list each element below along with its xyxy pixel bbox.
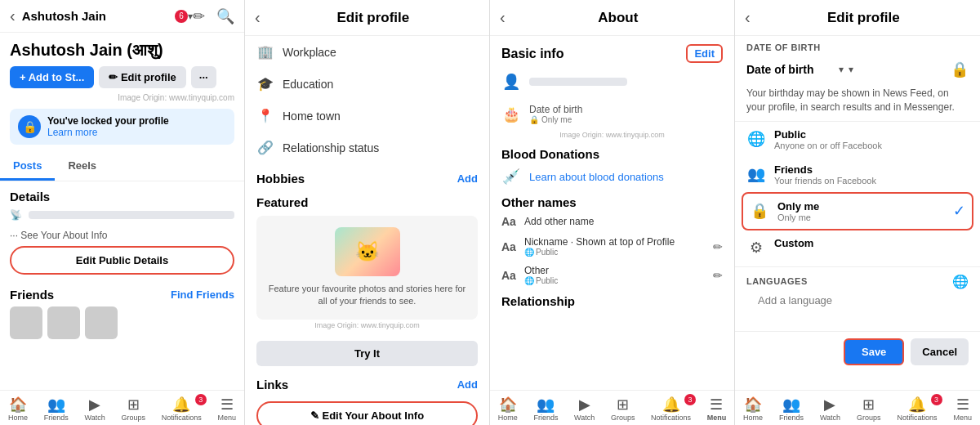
visibility-public[interactable]: 🌐 Public Anyone on or off Facebook — [735, 122, 980, 157]
person-icon: 👤 — [501, 73, 521, 91]
cancel-button[interactable]: Cancel — [911, 338, 969, 365]
nav-friends-3[interactable]: 👥Friends — [533, 396, 558, 422]
detail-row-1: 📡 — [0, 207, 244, 223]
back-icon-2[interactable]: ‹ — [255, 8, 261, 27]
nav-watch-1[interactable]: ▶Watch — [84, 396, 105, 422]
hometown-item[interactable]: 📍 Home town — [245, 100, 489, 132]
hobbies-label: Hobbies — [256, 172, 305, 186]
save-button[interactable]: Save — [844, 338, 904, 365]
dob-label: Date of birth — [529, 104, 582, 115]
about-title: About — [512, 10, 724, 26]
featured-description: Feature your favourite photos and storie… — [268, 283, 466, 308]
detail-line-1 — [29, 211, 234, 219]
relationship-item[interactable]: 🔗 Relationship status — [245, 132, 489, 163]
hometown-icon: 📍 — [256, 108, 274, 123]
image-origin-2: Image Origin: www.tinyquip.com — [256, 321, 478, 329]
nav-home-1[interactable]: 🏠Home — [8, 396, 28, 422]
hobbies-add-button[interactable]: Add — [457, 172, 478, 185]
only-me-info: Only me Only me — [777, 200, 945, 222]
back-icon-3[interactable]: ‹ — [500, 8, 506, 27]
other-name-edit-pencil[interactable]: ✏ — [713, 269, 723, 282]
visibility-friends[interactable]: 👥 Friends Your friends on Facebook — [735, 157, 980, 192]
hometown-label: Home town — [283, 110, 341, 123]
visibility-custom[interactable]: ⚙ Custom — [735, 230, 980, 263]
profile-pic-detail — [529, 78, 627, 86]
workplace-item[interactable]: 🏢 Workplace — [245, 36, 489, 68]
edit-public-details-button[interactable]: Edit Public Details — [10, 246, 234, 275]
image-origin-1: Image Origin: www.tinyquip.com — [0, 93, 244, 105]
about-header: ‹ About — [490, 0, 734, 36]
nav-friends-4[interactable]: 👥Friends — [779, 396, 804, 422]
chevron-down-icon-2: ▾ — [849, 64, 853, 75]
details-title: Details — [0, 181, 244, 207]
nav-groups-1[interactable]: ⊞Groups — [121, 396, 145, 422]
nav-home-4[interactable]: 🏠Home — [743, 396, 763, 422]
add-to-story-button[interactable]: + Add to St... — [10, 66, 94, 88]
search-icon[interactable]: 🔍 — [216, 7, 234, 25]
try-it-button[interactable]: Try It — [256, 341, 478, 366]
tab-posts[interactable]: Posts — [0, 153, 55, 181]
header-icons: ✏ 🔍 — [193, 7, 234, 25]
lock-vis-icon: 🔒 — [750, 202, 769, 220]
back-icon-4[interactable]: ‹ — [745, 8, 751, 27]
back-icon[interactable]: ‹ — [10, 7, 16, 25]
nav-groups-3[interactable]: ⊞Groups — [611, 396, 635, 422]
nav-menu-1[interactable]: ☰Menu — [218, 396, 237, 422]
edit-your-about-info-button[interactable]: ✎ Edit Your About Info — [256, 401, 478, 425]
nav-menu-4[interactable]: ☰Menu — [953, 396, 972, 422]
add-other-name-item[interactable]: Aa Add other name — [490, 211, 734, 232]
links-label: Links — [256, 378, 288, 391]
nickname-edit-pencil[interactable]: ✏ — [713, 240, 723, 253]
relationship-section: Relationship — [490, 289, 734, 310]
chevron-down-icon-1: ▾ — [839, 64, 844, 75]
rss-icon: 📡 — [10, 209, 22, 221]
dob-text: Date of birth — [746, 63, 834, 76]
friends-sub: Your friends on Facebook — [774, 176, 969, 186]
nickname-visibility-text: Public — [536, 248, 558, 257]
tab-reels[interactable]: Reels — [55, 153, 109, 181]
dob-section-label: DATE OF BIRTH — [746, 42, 969, 52]
bottom-nav-4: 🏠Home 👥Friends ▶Watch ⊞Groups 🔔Notificat… — [735, 390, 980, 425]
bottom-nav-1: 🏠Home 👥Friends ▶Watch ⊞Groups 🔔Notificat… — [0, 390, 244, 425]
panel-edit-profile-right: ‹ Edit profile DATE OF BIRTH Date of bir… — [735, 0, 980, 425]
dob-detail: Date of birth 🔒 Only me — [529, 104, 582, 124]
only-me-title: Only me — [777, 200, 945, 212]
blood-donations-header: Blood Donations — [490, 142, 734, 163]
edit-profile-title: Edit profile — [267, 10, 479, 26]
profile-tabs: Posts Reels — [0, 153, 244, 181]
nav-watch-4[interactable]: ▶Watch — [820, 396, 840, 422]
dob-lock-icon[interactable]: 🔒 — [951, 60, 969, 78]
nickname-info: Nickname · Shown at top of Profile 🌐 Pub… — [524, 236, 706, 257]
nav-home-3[interactable]: 🏠Home — [498, 396, 518, 422]
only-me-inner: 🔒 Only me Only me ✓ — [750, 197, 965, 226]
education-item[interactable]: 🎓 Education — [245, 68, 489, 100]
nav-friends-1[interactable]: 👥Friends — [44, 396, 69, 422]
nav-notifications-4[interactable]: 🔔Notifications 3 — [898, 396, 938, 422]
notif-badge-1: 3 — [195, 394, 207, 405]
add-language-field[interactable]: Add a language — [746, 289, 969, 311]
nav-watch-3[interactable]: ▶Watch — [574, 396, 595, 422]
custom-icon: ⚙ — [746, 239, 766, 257]
aa-prefix-2: Aa — [501, 240, 518, 253]
see-about-section: ··· See Your About Info Edit Public Deta… — [0, 223, 244, 281]
lock-icon: 🔒 — [18, 115, 41, 138]
learn-more-link[interactable]: Learn more — [47, 127, 97, 138]
workplace-icon: 🏢 — [256, 44, 274, 60]
panel-profile: ‹ Ashutosh Jain 6 ▾ ✏ 🔍 Ashutosh Jain (आ… — [0, 0, 245, 425]
visibility-only-me[interactable]: 🔒 Only me Only me ✓ — [742, 192, 973, 230]
edit-profile-button[interactable]: ✏ Edit profile — [99, 66, 186, 88]
featured-section: Featured 🐱 Feature your favourite photos… — [245, 189, 489, 336]
profile-header-name: Ashutosh Jain — [22, 9, 173, 23]
more-options-button[interactable]: ··· — [191, 66, 216, 88]
basic-info-label: Basic info — [501, 47, 564, 61]
pencil-icon[interactable]: ✏ — [193, 7, 205, 25]
find-friends-link[interactable]: Find Friends — [171, 289, 234, 301]
lang-globe-icon[interactable]: 🌐 — [952, 274, 969, 289]
links-add-button[interactable]: Add — [457, 378, 478, 391]
blood-learn-link[interactable]: Learn about blood donations — [529, 171, 664, 183]
basic-info-edit-button[interactable]: Edit — [686, 44, 723, 63]
nav-notifications-3[interactable]: 🔔Notifications 3 — [651, 396, 691, 422]
nav-groups-4[interactable]: ⊞Groups — [857, 396, 881, 422]
nav-notifications-1[interactable]: 🔔Notifications 3 — [162, 396, 202, 422]
nav-menu-3[interactable]: ☰Menu — [707, 396, 727, 422]
